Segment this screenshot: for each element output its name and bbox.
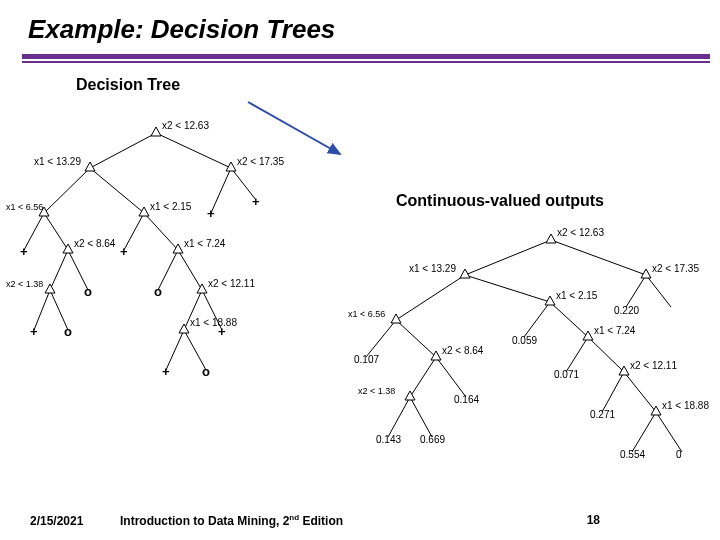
node-label: x2 < 1.38	[6, 279, 43, 289]
leaf: 0.220	[614, 305, 639, 316]
slide-footer: 2/15/2021 Introduction to Data Mining, 2…	[0, 513, 720, 528]
svg-line-30	[550, 302, 588, 337]
svg-line-26	[646, 275, 671, 307]
node-label: x2 < 12.11	[208, 278, 255, 289]
leaf: 0.271	[590, 409, 615, 420]
decision-tree-left: x2 < 12.63 x1 < 13.29 x2 < 17.35 x1 < 6.…	[6, 115, 326, 405]
node-label: x1 < 18.88	[190, 317, 237, 328]
node-label: x2 < 8.64	[74, 238, 116, 249]
svg-line-39	[632, 412, 656, 452]
node-label: x2 < 8.64	[442, 345, 484, 356]
leaf: o	[202, 364, 210, 379]
node-label: x2 < 17.35	[652, 263, 699, 274]
leaf: 0.164	[454, 394, 479, 405]
svg-line-32	[436, 357, 466, 397]
svg-line-3	[44, 168, 90, 213]
leaf: 0.669	[420, 434, 445, 445]
leaf: o	[84, 284, 92, 299]
svg-line-40	[656, 412, 682, 452]
subheading-decision-tree: Decision Tree	[76, 76, 180, 94]
node-label: x1 < 2.15	[150, 201, 192, 212]
svg-line-34	[588, 337, 624, 372]
node-label: x1 < 7.24	[184, 238, 226, 249]
svg-line-37	[602, 372, 624, 412]
node-label: x1 < 13.29	[409, 263, 456, 274]
svg-line-28	[396, 320, 436, 357]
leaf: +	[20, 244, 28, 259]
svg-line-33	[566, 337, 588, 372]
subheading-continuous: Continuous-valued outputs	[396, 192, 604, 210]
svg-line-35	[388, 397, 410, 437]
svg-line-21	[465, 240, 551, 275]
svg-line-36	[410, 397, 432, 437]
svg-line-27	[366, 320, 396, 357]
footer-title: Introduction to Data Mining, 2nd Edition	[120, 513, 343, 528]
node-label: x1 < 13.29	[34, 156, 81, 167]
svg-line-8	[44, 213, 68, 250]
node-label: x2 < 17.35	[237, 156, 284, 167]
node-label: x2 < 12.63	[162, 120, 209, 131]
node-label: x1 < 2.15	[556, 290, 598, 301]
svg-line-38	[624, 372, 656, 412]
title-underline	[22, 54, 710, 63]
leaf: 0.143	[376, 434, 401, 445]
svg-line-11	[50, 250, 68, 290]
leaf: +	[252, 194, 260, 209]
svg-line-22	[551, 240, 646, 275]
leaf: 0.071	[554, 369, 579, 380]
leaf: +	[30, 324, 38, 339]
node-label: x1 < 6.56	[348, 309, 385, 319]
svg-line-29	[524, 302, 550, 337]
leaf: +	[162, 364, 170, 379]
node-label: x2 < 12.63	[557, 227, 604, 238]
svg-line-31	[410, 357, 436, 397]
svg-line-24	[465, 275, 550, 302]
footer-page-number: 18	[587, 513, 600, 527]
node-label: x1 < 6.56	[6, 202, 43, 212]
svg-line-14	[178, 250, 202, 290]
node-label: x2 < 12.11	[630, 360, 677, 371]
node-label: x2 < 1.38	[358, 386, 395, 396]
slide-title: Example: Decision Trees	[0, 0, 720, 45]
svg-line-10	[144, 213, 178, 250]
node-label: x1 < 7.24	[594, 325, 636, 336]
svg-line-1	[90, 133, 156, 168]
leaf: 0	[676, 449, 682, 460]
leaf: +	[218, 324, 226, 339]
leaf: o	[154, 284, 162, 299]
leaf: 0.107	[354, 354, 379, 365]
leaf: 0.059	[512, 335, 537, 346]
leaf: +	[207, 206, 215, 221]
svg-line-4	[90, 168, 144, 213]
svg-line-23	[396, 275, 465, 320]
svg-line-25	[626, 275, 646, 307]
node-label: x1 < 18.88	[662, 400, 709, 411]
svg-line-2	[156, 133, 231, 168]
leaf: 0.554	[620, 449, 645, 460]
leaf: +	[120, 244, 128, 259]
leaf: o	[64, 324, 72, 339]
decision-tree-right: x2 < 12.63 x1 < 13.29 x2 < 17.35 x1 < 6.…	[326, 222, 716, 507]
footer-date: 2/15/2021	[30, 514, 120, 528]
